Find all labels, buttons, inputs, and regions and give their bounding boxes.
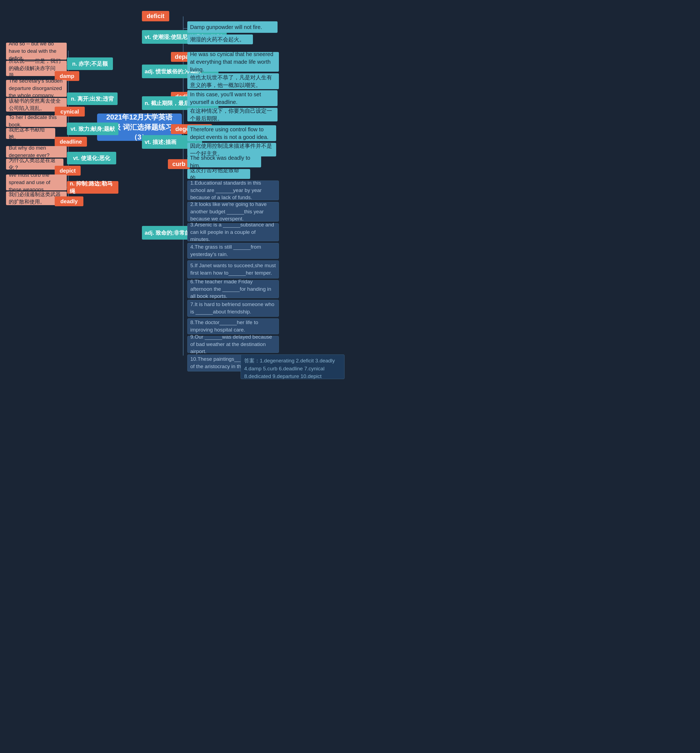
left-def-4: vt. 使退化;恶化 bbox=[67, 152, 116, 164]
quiz-8-text: 8.The doctor______her life to improving … bbox=[190, 319, 276, 333]
left-en-2-text: The secretary's sudden departure disorga… bbox=[9, 77, 64, 99]
cynical-ex-en: He was so cynical that he sneered at eve… bbox=[187, 52, 279, 72]
quiz-9-text: 9.Our ______was delayed because of bad w… bbox=[190, 333, 276, 355]
quiz-7: 7.It is hard to befriend someone who is … bbox=[187, 300, 279, 317]
deadline-ex-en-text: In this case, you'll want to set yoursel… bbox=[190, 91, 275, 106]
left-en-5: We must curb the spread and use of these… bbox=[6, 175, 67, 191]
depict-ex-en: Therefore using control flow to depict e… bbox=[187, 125, 276, 141]
quiz-8: 8.The doctor______her life to improving … bbox=[187, 319, 279, 334]
quiz-4-text: 4.The grass is still ______from yesterda… bbox=[190, 244, 276, 258]
damp-ex-cn: 潮湿的火药不会起火。 bbox=[187, 34, 253, 44]
damp-ex-en: Damp gunpowder will not fire. bbox=[187, 21, 278, 33]
quiz-4: 4.The grass is still ______from yesterda… bbox=[187, 243, 279, 259]
deficit-word: deficit bbox=[142, 11, 169, 21]
left-deadly-text: deadly bbox=[61, 197, 78, 205]
left-def-5-text: n. 抑制;路边;勒马绳 bbox=[70, 180, 116, 195]
answer-text: 答案：1.degenerating 2.deficit 3.deadly 4.d… bbox=[244, 358, 335, 379]
left-def-2: n. 离开;出发;违背 bbox=[67, 92, 118, 105]
left-cn-3-text: 我把这本书献给她。 bbox=[9, 126, 53, 141]
left-en-5-text: We must curb the spread and use of these… bbox=[9, 172, 64, 194]
deadline-ex-cn: 在这种情况下，你要为自己设定一个最后期限。 bbox=[187, 108, 278, 122]
quiz-3-text: 3.Arsenic is a ______substance and can k… bbox=[190, 221, 276, 243]
left-def-4-text: vt. 使退化;恶化 bbox=[73, 154, 110, 162]
curb-word: curb bbox=[168, 159, 190, 169]
quiz-9: 9.Our ______was delayed because of bad w… bbox=[187, 336, 279, 353]
quiz-6: 6.The teacher made Friday afternoon the … bbox=[187, 280, 279, 298]
left-en-2: The secretary's sudden departure disorga… bbox=[6, 80, 67, 97]
left-def-3-text: vt. 致力;献身;题献 bbox=[70, 125, 115, 133]
left-en-4: But why do men degenerate ever? bbox=[6, 146, 67, 158]
left-def-5: n. 抑制;路边;勒马绳 bbox=[67, 181, 118, 194]
quiz-5: 5.If Janet wants to succeed,she must fir… bbox=[187, 260, 279, 278]
quiz-7-text: 7.It is hard to befriend someone who is … bbox=[190, 301, 276, 316]
shock-ex-en: The shock was deadly to him. bbox=[187, 156, 261, 167]
quiz-5-text: 5.If Janet wants to succeed,she must fir… bbox=[190, 262, 276, 277]
damp-ex-en-text: Damp gunpowder will not fire. bbox=[190, 23, 262, 31]
curb-label: curb bbox=[172, 160, 186, 169]
left-cn-4-text: 为什么人类总是在退化？ bbox=[9, 157, 61, 171]
cynical-ex-cn: 他也太玩世不恭了，凡是对人生有意义的事，他一概加以嘲笑。 bbox=[187, 73, 279, 89]
left-def-1-text: n. 赤字;不足额 bbox=[72, 60, 108, 67]
quiz-2: 2.It looks like we're going to have anot… bbox=[187, 202, 279, 222]
left-en-3: To her I dedicate this book. bbox=[6, 116, 67, 127]
quiz-3: 3.Arsenic is a ______substance and can k… bbox=[187, 223, 279, 241]
quiz-1: 1.Educational standards in this school a… bbox=[187, 181, 279, 200]
left-def-1: n. 赤字;不足额 bbox=[67, 58, 113, 70]
depict-ex-en-text: Therefore using control flow to depict e… bbox=[190, 125, 273, 141]
deadline-ex-en: In this case, you'll want to set yoursel… bbox=[187, 90, 278, 106]
left-def-3: vt. 致力;献身;题献 bbox=[67, 123, 118, 135]
shock-ex-cn: 这次打击对他是致命的。 bbox=[187, 169, 250, 179]
cynical-ex-en-text: He was so cynical that he sneered at eve… bbox=[190, 50, 276, 73]
depict-def-text: vt. 描述;描画 bbox=[145, 138, 176, 146]
quiz-6-text: 6.The teacher made Friday afternoon the … bbox=[190, 278, 276, 300]
left-en-1: And so -- but we do have to deal with th… bbox=[6, 43, 67, 59]
left-cn-3: 我把这本书献给她。 bbox=[6, 128, 55, 139]
answer-box: 答案：1.degenerating 2.deficit 3.deadly 4.d… bbox=[241, 355, 345, 379]
left-deadly: deadly bbox=[55, 196, 83, 206]
left-def-2-text: n. 离开;出发;违背 bbox=[71, 95, 114, 103]
cynical-ex-cn-text: 他也太玩世不恭了，凡是对人生有意义的事，他一概加以嘲笑。 bbox=[190, 73, 276, 89]
deficit-label: deficit bbox=[147, 12, 165, 20]
quiz-2-text: 2.It looks like we're going to have anot… bbox=[190, 201, 276, 223]
deadline-ex-cn-text: 在这种情况下，你要为自己设定一个最后期限。 bbox=[190, 107, 275, 122]
damp-ex-cn-text: 潮湿的火药不会起火。 bbox=[190, 36, 245, 43]
quiz-1-text: 1.Educational standards in this school a… bbox=[190, 180, 276, 201]
